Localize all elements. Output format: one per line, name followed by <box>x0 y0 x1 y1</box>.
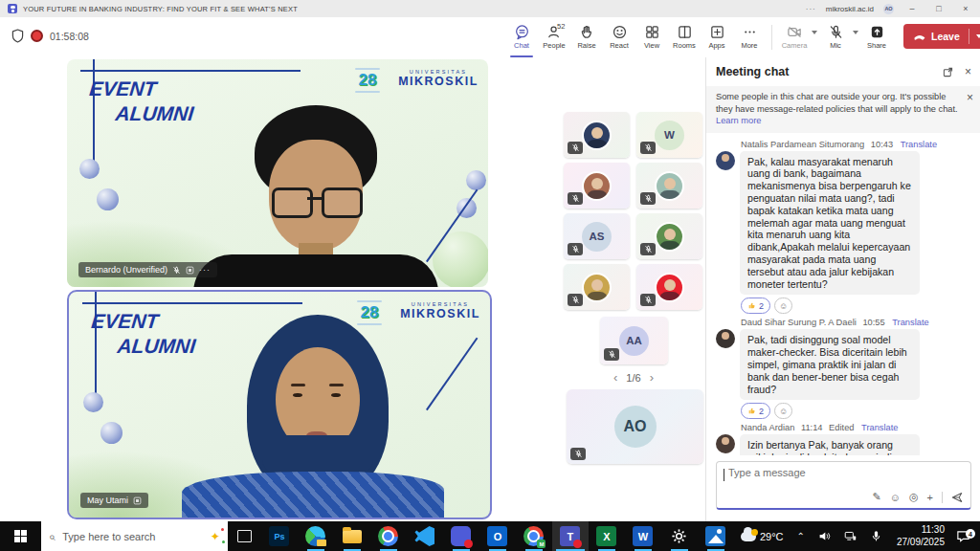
message-input[interactable] <box>726 466 902 479</box>
thumbsup-reaction[interactable]: 2 <box>741 403 770 419</box>
mic-muted-icon <box>172 266 181 275</box>
tray-date: 27/09/2025 <box>897 537 945 549</box>
video-tile-bernardo[interactable]: EVENT ALUMNI 28 UNIVERSITAS MIKROSKIL Be… <box>67 59 488 287</box>
participant-tile[interactable] <box>636 213 702 259</box>
close-chat-icon[interactable]: × <box>965 65 971 78</box>
popout-icon[interactable] <box>943 67 953 77</box>
rooms-icon <box>677 24 693 40</box>
camera-options-chevron-icon[interactable] <box>812 31 817 34</box>
video-tile-may-utami[interactable]: EVENT ALUMNI 28 UNIVERSITAS MIKROSKIL Ma… <box>67 290 492 519</box>
taskbar-edge-icon[interactable] <box>298 521 334 551</box>
participant-tile[interactable] <box>564 163 630 209</box>
copilot-sparkle-icon: ✦ <box>211 530 220 543</box>
mic-button[interactable]: Mic <box>819 20 852 55</box>
mic-options-chevron-icon[interactable] <box>853 31 858 34</box>
network-icon[interactable] <box>837 521 863 551</box>
taskbar-file-explorer-icon[interactable] <box>334 521 370 551</box>
avatar <box>655 273 684 302</box>
mic-muted-icon <box>640 294 656 306</box>
meeting-title: YOUR FUTURE IN BANKING INDUSTRY: FIND YO… <box>23 5 298 13</box>
window-titlebar: YOUR FUTURE IN BANKING INDUSTRY: FIND YO… <box>0 0 980 17</box>
taskbar-app-icon[interactable] <box>443 521 479 551</box>
self-video-tile[interactable]: AO <box>567 389 703 464</box>
learn-more-link[interactable]: Learn more <box>716 116 762 125</box>
camera-button[interactable]: Camera <box>778 20 811 55</box>
share-button[interactable]: Share <box>860 20 893 55</box>
translate-link[interactable]: Translate <box>901 140 937 149</box>
temperature: 29°C <box>760 531 784 542</box>
apps-button[interactable]: Apps <box>701 20 733 55</box>
taskbar-word-icon[interactable]: W <box>625 521 661 551</box>
participant-tile[interactable]: AA <box>600 317 668 364</box>
titlebar-more-icon[interactable]: ··· <box>806 5 816 13</box>
view-button[interactable]: View <box>635 20 668 55</box>
toolbar-divider <box>771 25 772 50</box>
participant-tile[interactable] <box>564 112 630 158</box>
mic-muted-icon <box>640 142 656 154</box>
rooms-button[interactable]: Rooms <box>668 20 701 55</box>
tray-mic-icon[interactable] <box>863 521 889 551</box>
participant-tile[interactable] <box>636 264 702 310</box>
taskbar-photos-icon[interactable] <box>698 521 734 551</box>
taskbar-outlook-icon[interactable]: O <box>479 521 516 551</box>
thumbsup-reaction[interactable]: 2 <box>741 298 770 314</box>
tile-more-icon[interactable]: ··· <box>199 265 211 275</box>
start-button[interactable] <box>0 521 41 551</box>
taskbar-chrome-icon[interactable] <box>370 521 407 551</box>
mic-muted-icon <box>640 243 656 255</box>
gif-icon[interactable]: ◎ <box>909 491 919 503</box>
volume-icon[interactable] <box>812 521 837 551</box>
leave-options-chevron-icon[interactable] <box>969 34 980 38</box>
task-view-button[interactable] <box>228 521 261 551</box>
teams-meeting-window: YOUR FUTURE IN BANKING INDUSTRY: FIND YO… <box>0 0 980 551</box>
account-avatar[interactable]: AO <box>883 4 894 14</box>
attach-plus-icon[interactable]: + <box>927 492 933 503</box>
raise-hand-button[interactable]: Raise <box>570 20 603 55</box>
translate-link[interactable]: Translate <box>861 423 898 432</box>
speaker-figure <box>69 292 490 518</box>
format-icon[interactable]: ✎ <box>873 491 881 503</box>
participant-tile[interactable] <box>636 163 702 209</box>
weather-widget[interactable]: 29°C <box>734 521 791 551</box>
maximize-button[interactable]: □ <box>930 4 947 13</box>
emoji-icon[interactable]: ☺ <box>890 492 901 503</box>
grid-pagination: ‹ 1/6 › <box>564 370 703 385</box>
message-bubble: Izin bertanya Pak, banyak orang mikir ke… <box>740 434 920 455</box>
name-tag-may-utami: May Utami <box>80 493 148 508</box>
add-reaction-button[interactable]: ☺ <box>774 298 792 314</box>
message-bubble: Pak, tadi disinggung soal model maker-ch… <box>740 329 920 400</box>
dismiss-banner-icon[interactable]: × <box>967 91 973 127</box>
react-button[interactable]: React <box>603 20 635 55</box>
translate-link[interactable]: Translate <box>892 318 928 327</box>
pagination-prev-icon[interactable]: ‹ <box>613 370 617 385</box>
taskbar-teams-icon[interactable]: T <box>552 521 589 551</box>
close-button[interactable]: × <box>957 4 974 13</box>
chat-message: Daud Sihar Surung P. A Daeli 10:55 Trans… <box>716 318 973 419</box>
tray-overflow-chevron-icon[interactable]: ⌃ <box>791 521 812 551</box>
more-button[interactable]: More <box>733 20 766 55</box>
leave-button[interactable]: Leave <box>903 24 980 49</box>
taskbar-settings-icon[interactable] <box>661 521 698 551</box>
action-center-button[interactable]: 4 <box>952 529 980 543</box>
taskbar-photoshop-icon[interactable]: Ps <box>261 521 298 551</box>
message-bubble: Pak, kalau masyarakat menaruh uang di ba… <box>740 151 920 296</box>
people-button[interactable]: 52 People <box>538 20 570 55</box>
taskbar-excel-icon[interactable]: X <box>589 521 625 551</box>
participant-tile[interactable] <box>564 264 630 310</box>
taskbar-vscode-icon[interactable] <box>407 521 443 551</box>
mic-muted-icon <box>568 142 583 154</box>
chat-button[interactable]: Chat <box>505 20 538 55</box>
avatar <box>582 273 612 302</box>
minimize-button[interactable]: – <box>903 4 921 13</box>
add-reaction-button[interactable]: ☺ <box>774 403 792 419</box>
chat-input-box[interactable]: ✎ ☺ ◎ + <box>716 461 971 510</box>
taskbar-search[interactable]: ⌕ Type here to search ✦ <box>41 521 228 551</box>
record-icon <box>31 30 43 42</box>
pagination-next-icon[interactable]: › <box>650 370 654 385</box>
participant-tile[interactable]: W <box>636 112 702 158</box>
send-icon[interactable] <box>951 492 963 503</box>
taskbar-clock[interactable]: 11:30 27/09/2025 <box>889 524 952 548</box>
taskbar-chrome-gmail-icon[interactable]: M <box>516 521 552 551</box>
people-count-badge: 52 <box>557 22 565 31</box>
participant-tile[interactable]: AS <box>564 213 630 259</box>
